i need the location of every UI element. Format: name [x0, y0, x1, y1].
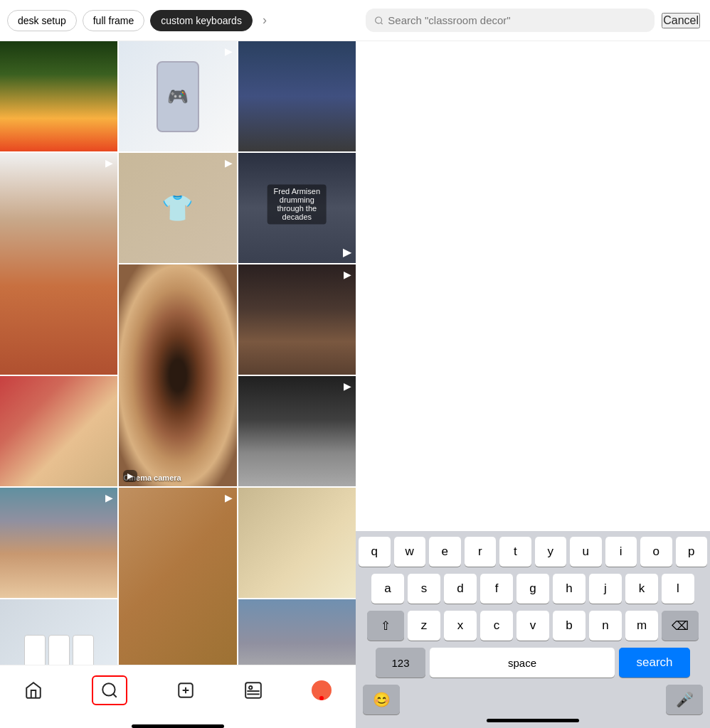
kb-a[interactable]: a [371, 574, 404, 604]
grid-item-5[interactable]: 👕 ▶ [119, 153, 236, 263]
reel-icon-sandals: ▶ [225, 492, 233, 503]
svg-point-6 [249, 686, 252, 689]
home-indicator [132, 724, 224, 728]
kb-e[interactable]: e [429, 537, 461, 567]
kb-row-3: ⇧ z x c v b n m ⌫ [359, 611, 707, 641]
tags-row: desk setup full frame custom keyboards › [0, 0, 356, 41]
reels-icon [244, 681, 263, 700]
nav-profile[interactable] [312, 680, 332, 700]
kb-t[interactable]: t [499, 537, 531, 567]
kb-p[interactable]: p [676, 537, 708, 567]
grid-item-city[interactable] [238, 599, 356, 665]
kb-row-4: 123 space search [359, 648, 707, 678]
grid-item-jewelry[interactable]: ▶ [238, 376, 356, 486]
kb-s[interactable]: s [408, 574, 440, 604]
svg-point-9 [376, 17, 382, 23]
search-label: search [636, 655, 672, 670]
kb-x[interactable]: x [444, 611, 477, 641]
mic-icon: 🎤 [676, 691, 694, 708]
cancel-button[interactable]: Cancel [662, 13, 700, 28]
search-results-area [356, 41, 710, 531]
kb-bottom-row: 😊 🎤 [359, 685, 707, 714]
nav-add[interactable] [176, 681, 195, 700]
grid-item-2[interactable]: 🎮 ▶ [119, 41, 236, 151]
shift-icon: ⇧ [381, 619, 391, 633]
grid-item-meat[interactable] [0, 376, 117, 486]
kb-h[interactable]: h [553, 574, 586, 604]
kb-delete[interactable]: ⌫ [662, 611, 699, 641]
search-input-wrap[interactable] [366, 9, 655, 32]
search-bar-row: Cancel [356, 0, 710, 41]
kb-z[interactable]: z [408, 611, 440, 641]
kb-v[interactable]: v [516, 611, 549, 641]
reel-icon-jewelry: ▶ [344, 380, 351, 392]
grid-item-phones[interactable] [0, 599, 117, 665]
kb-space[interactable]: space [430, 648, 615, 678]
space-label: space [508, 657, 536, 669]
grid-item-notebook[interactable] [238, 488, 356, 598]
svg-rect-5 [245, 682, 261, 698]
search-input-icon [374, 16, 383, 26]
tag-custom-keyboards[interactable]: custom keyboards [150, 10, 253, 31]
kb-w[interactable]: w [394, 537, 426, 567]
tag-full-frame[interactable]: full frame [83, 10, 145, 31]
grid-item-4[interactable]: ▶ [0, 153, 117, 375]
kb-q[interactable]: q [359, 537, 391, 567]
nav-search[interactable] [92, 675, 127, 705]
kb-search[interactable]: search [619, 648, 690, 678]
kb-row-1: q w e r t y u i o p [359, 537, 707, 567]
reel-icon-flowers: ▶ [105, 492, 113, 503]
reel-icon-5: ▶ [225, 157, 233, 168]
search-input[interactable] [388, 14, 646, 26]
kb-y[interactable]: y [535, 537, 567, 567]
grid-item-6[interactable]: Fred Armisen drumming through the decade… [238, 153, 356, 263]
reels-badge-eye: ▶ [123, 470, 137, 482]
grid-item-3[interactable] [238, 41, 356, 151]
kb-r[interactable]: r [465, 537, 497, 567]
kb-shift[interactable]: ⇧ [367, 611, 404, 641]
explore-grid: 🎮 ▶ ▶ 👕 ▶ [0, 41, 356, 665]
kb-k[interactable]: k [625, 574, 658, 604]
svg-line-1 [113, 694, 117, 697]
kb-c[interactable]: c [480, 611, 513, 641]
kb-u[interactable]: u [570, 537, 602, 567]
kb-i[interactable]: i [605, 537, 637, 567]
bottom-nav [0, 665, 356, 722]
tags-more-icon[interactable]: › [258, 10, 271, 31]
home-indicator-keyboard [487, 719, 579, 722]
search-icon [100, 681, 119, 700]
grid-item-1[interactable] [0, 41, 117, 151]
add-icon [176, 681, 195, 700]
tag-desk-setup[interactable]: desk setup [7, 10, 77, 31]
kb-b[interactable]: b [553, 611, 586, 641]
video-overlay-label: Fred Armisen drumming through the decade… [267, 184, 327, 224]
grid-container: 🎮 ▶ ▶ 👕 ▶ [0, 41, 356, 665]
grid-item-sandals[interactable]: ▶ [119, 488, 236, 665]
delete-icon: ⌫ [672, 619, 689, 633]
right-panel: Cancel q w e r t y u i o p a s d f g h j… [356, 0, 710, 728]
reel-icon-4: ▶ [105, 157, 113, 168]
kb-mic[interactable]: 🎤 [666, 685, 703, 714]
nav-home[interactable] [24, 681, 43, 700]
keyboard: q w e r t y u i o p a s d f g h j k l ⇧ [356, 531, 710, 728]
grid-item-face[interactable]: ▶ [238, 264, 356, 375]
kb-m[interactable]: m [625, 611, 658, 641]
grid-item-flowers[interactable]: ▶ [0, 488, 117, 598]
nav-reels[interactable] [244, 681, 263, 700]
kb-emoji[interactable]: 😊 [363, 685, 400, 714]
kb-d[interactable]: d [444, 574, 477, 604]
kb-g[interactable]: g [516, 574, 549, 604]
reel-icon-face: ▶ [344, 269, 351, 280]
svg-point-0 [102, 683, 115, 695]
kb-n[interactable]: n [589, 611, 622, 641]
reel-icon-2: ▶ [225, 46, 233, 57]
kb-l[interactable]: l [662, 574, 694, 604]
kb-row-2: a s d f g h j k l [359, 574, 707, 604]
num-label: 123 [391, 657, 409, 669]
kb-f[interactable]: f [480, 574, 513, 604]
kb-o[interactable]: o [640, 537, 672, 567]
kb-123[interactable]: 123 [376, 648, 425, 678]
grid-item-eye[interactable]: Cinema camera ▶ [119, 264, 236, 486]
home-icon [24, 681, 43, 700]
kb-j[interactable]: j [589, 574, 622, 604]
